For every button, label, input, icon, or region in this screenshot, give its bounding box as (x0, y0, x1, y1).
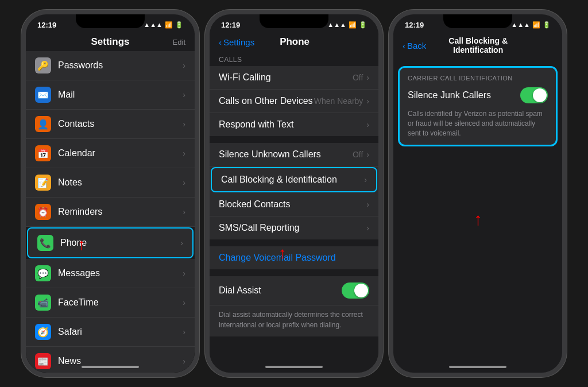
status-icons-3: ▲▲▲ 📶 🔋 (511, 21, 551, 29)
mail-icon: ✉️ (35, 87, 51, 103)
arrow-2: ↑ (278, 244, 287, 262)
signal-icon-3: ▲▲▲ (511, 21, 530, 28)
safari-icon: 🧭 (35, 324, 51, 340)
arrow-1: ↑ (78, 235, 86, 254)
phone-3: 12:19 ▲▲▲ 📶 🔋 ‹ Back Call Blocking & Ide… (389, 10, 567, 377)
facetime-label: FaceTime (58, 297, 183, 308)
list-item-change-voicemail[interactable]: Change Voicemail Password (210, 246, 378, 269)
calls-section-header: CALLS (210, 51, 378, 66)
notch-3 (443, 14, 512, 28)
list-item-safari[interactable]: 🧭 Safari › (26, 318, 195, 347)
list-item-mail[interactable]: ✉️ Mail › (26, 80, 195, 110)
phone-2: 12:19 ▲▲▲ 📶 🔋 ‹ Settings Phone CALLS (205, 10, 383, 377)
notes-label: Notes (58, 177, 183, 188)
wifi-calling-value: Off (353, 73, 363, 82)
back-button-2[interactable]: ‹ Settings (219, 37, 254, 47)
facetime-icon: 📹 (35, 295, 51, 311)
wifi-calling-label: Wi-Fi Calling (219, 72, 353, 83)
passwords-label: Passwords (58, 60, 183, 71)
home-indicator-2 (265, 366, 323, 368)
back-label-3: Back (407, 41, 426, 51)
silence-junk-title: Silence Junk Callers (408, 90, 491, 100)
news-icon: 📰 (35, 353, 51, 369)
nav-bar-2: ‹ Settings Phone (210, 33, 378, 51)
contacts-label: Contacts (58, 119, 183, 129)
screen-title-2: Phone (254, 36, 335, 48)
list-item-contacts[interactable]: 👤 Contacts › (26, 110, 195, 139)
notch-1 (76, 14, 145, 28)
back-label-2: Settings (223, 37, 254, 47)
dial-assist-desc: Dial assist automatically determines the… (219, 311, 363, 329)
screen-title-1: Settings (69, 36, 151, 48)
toggle-knob (354, 284, 368, 297)
list-item-reminders[interactable]: ⏰ Reminders › (26, 198, 195, 227)
dial-assist-toggle[interactable] (342, 282, 369, 299)
list-item-dial-assist[interactable]: Dial Assist (210, 276, 378, 305)
chevron-left-icon-3: ‹ (403, 41, 405, 51)
phone-icon: 📞 (37, 235, 53, 251)
blocked-contacts-label: Blocked Contacts (219, 199, 366, 210)
calendar-icon: 📅 (35, 145, 51, 161)
nav-bar-1: Settings Edit (26, 33, 195, 51)
change-voicemail-label: Change Voicemail Password (219, 253, 369, 263)
list-item-facetime[interactable]: 📹 FaceTime › (26, 288, 195, 318)
list-item-respond-text[interactable]: Respond with Text › (210, 113, 378, 136)
list-item-blocked-contacts[interactable]: Blocked Contacts › (210, 193, 378, 216)
wifi-icon: 📶 (165, 21, 173, 29)
other-group: Silence Unknown Callers Off › Call Block… (210, 143, 378, 239)
safari-label: Safari (58, 327, 183, 337)
notch-2 (260, 14, 328, 28)
phones-container: 12:19 ▲▲▲ 📶 🔋 Settings Edit 🔑 Passwords … (16, 4, 572, 383)
silence-junk-desc: Calls identified by Verizon as potential… (408, 109, 548, 138)
signal-icon: ▲▲▲ (144, 21, 163, 28)
silence-unknown-label: Silence Unknown Callers (219, 149, 353, 160)
home-indicator-3 (449, 366, 506, 368)
battery-icon-3: 🔋 (543, 21, 551, 29)
news-label: News (58, 356, 183, 366)
messages-label: Messages (58, 268, 183, 278)
respond-text-label: Respond with Text (219, 119, 366, 130)
list-item-call-blocking[interactable]: Call Blocking & Identification › (211, 167, 377, 192)
phone-1: 12:19 ▲▲▲ 📶 🔋 Settings Edit 🔑 Passwords … (21, 10, 199, 377)
voicemail-group: Change Voicemail Password (210, 246, 378, 269)
dial-assist-label: Dial Assist (219, 285, 342, 296)
silence-junk-knob (533, 88, 547, 102)
signal-icon-2: ▲▲▲ (327, 21, 346, 28)
calls-other-value: When Nearby (314, 96, 363, 106)
list-item-calendar[interactable]: 📅 Calendar › (26, 139, 195, 168)
wifi-icon-3: 📶 (532, 21, 540, 29)
carrier-row: Silence Junk Callers (408, 87, 548, 103)
battery-icon: 🔋 (175, 21, 183, 29)
list-item-notes[interactable]: 📝 Notes › (26, 168, 195, 198)
list-item-passwords[interactable]: 🔑 Passwords › (26, 51, 195, 80)
carrier-section: CARRIER CALL IDENTIFICATION Silence Junk… (398, 66, 558, 146)
calendar-label: Calendar (58, 148, 183, 158)
list-item-silence-unknown[interactable]: Silence Unknown Callers Off › (210, 143, 378, 167)
reminders-icon: ⏰ (35, 204, 51, 220)
list-item-wifi-calling[interactable]: Wi-Fi Calling Off › (210, 66, 378, 90)
mail-label: Mail (58, 90, 183, 100)
status-icons-1: ▲▲▲ 📶 🔋 (144, 21, 183, 29)
time-3: 12:19 (405, 21, 424, 29)
silence-unknown-value: Off (353, 150, 363, 159)
call-blocking-label: Call Blocking & Identification (221, 175, 364, 185)
list-item-calls-other[interactable]: Calls on Other Devices When Nearby › (210, 90, 378, 113)
passwords-icon: 🔑 (35, 57, 51, 73)
arrow-3: ↑ (474, 210, 482, 229)
chevron-left-icon-2: ‹ (219, 37, 222, 47)
settings-list: 🔑 Passwords › ✉️ Mail › 👤 Contacts › 📅 C… (26, 51, 195, 373)
time-1: 12:19 (37, 21, 56, 29)
list-item-news[interactable]: 📰 News › (26, 347, 195, 373)
silence-junk-toggle[interactable] (520, 87, 548, 103)
carrier-label: CARRIER CALL IDENTIFICATION (408, 75, 548, 82)
list-item-messages[interactable]: 💬 Messages › (26, 259, 195, 288)
time-2: 12:19 (221, 21, 240, 29)
home-indicator-1 (82, 366, 139, 368)
messages-icon: 💬 (35, 265, 51, 281)
wifi-icon-2: 📶 (349, 21, 357, 29)
dial-assist-group: Dial Assist Dial assist automatically de… (210, 276, 378, 336)
back-button-3[interactable]: ‹ Back (403, 41, 426, 51)
status-icons-2: ▲▲▲ 📶 🔋 (327, 21, 367, 29)
list-item-phone[interactable]: 📞 Phone › (27, 227, 194, 258)
list-item-sms-reporting[interactable]: SMS/Call Reporting › (210, 216, 378, 239)
